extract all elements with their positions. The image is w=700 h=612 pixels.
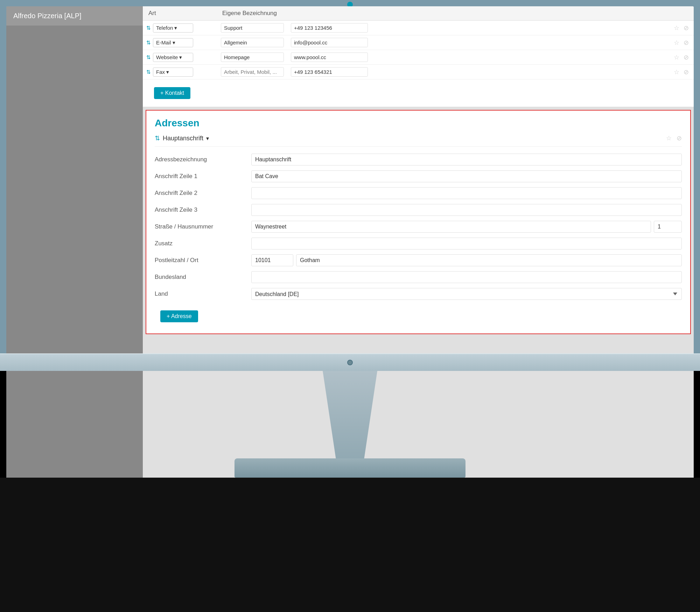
form-row-anschrift2: Anschrift Zeile 2 [155,186,682,201]
star-icon[interactable]: ☆ [674,24,679,32]
anschrift1-input[interactable] [251,170,682,182]
contacts-section: Art Eigene Bezeichnung ⇅ Telefon ▾ [143,6,694,107]
hausnummer-input[interactable] [654,221,682,233]
table-row: ⇅ Telefon ▾ ☆ ⊘ [143,21,694,35]
form-row-zusatz: Zusatz [155,236,682,251]
ban-icon[interactable]: ⊘ [677,134,682,142]
monitor-stand-base [234,458,465,478]
value-cell [288,51,669,63]
bundesland-input[interactable] [251,271,682,283]
zusatz-input[interactable] [251,238,682,249]
bezeichnung-cell [218,66,288,78]
value-input-1[interactable] [291,23,368,33]
value-input-4[interactable] [291,67,368,77]
table-header: Art Eigene Bezeichnung [143,6,694,21]
monitor-below [0,478,700,612]
value-input-2[interactable] [291,38,368,47]
table-row: ⇅ Webseite ▾ ☆ ⊘ [143,50,694,65]
ban-icon[interactable]: ⊘ [684,24,689,32]
art-select-email[interactable]: E-Mail ▾ [153,38,193,47]
star-icon[interactable]: ☆ [674,54,679,61]
bundesland-label: Bundesland [155,274,246,281]
bezeichnung-input-2[interactable] [221,38,284,47]
art-cell: ⇅ Fax ▾ [143,66,218,78]
address-form: Adressbezeichnung Anschrift Zeile 1 Ansc… [155,152,682,301]
anschrift2-input[interactable] [251,187,682,199]
bezeichnung-input-3[interactable] [221,52,284,62]
value-cell [288,36,669,49]
sort-icon[interactable]: ⇅ [146,55,151,60]
zusatz-label: Zusatz [155,240,246,247]
bezeichnung-cell [218,22,288,34]
form-row-strasse: Straße / Hausnummer [155,219,682,234]
bezeichnung-cell [218,51,288,63]
chevron-down-icon: ▾ [173,40,175,46]
bezeichnung-input-4[interactable] [221,67,284,77]
anschrift3-input[interactable] [251,204,682,216]
strasse-input[interactable] [251,221,651,233]
plz-group [251,254,682,266]
star-icon[interactable]: ☆ [674,39,679,47]
chevron-down-icon: ▾ [166,69,169,75]
adressbezeichnung-input[interactable] [251,154,682,166]
adressbezeichnung-label: Adressbezeichnung [155,156,246,163]
address-type-selector[interactable]: ⇅ Hauptanschrift ▾ [155,134,209,142]
value-cell [288,22,669,34]
chevron-down-icon: ▾ [206,135,209,142]
sidebar-title: Alfredo Pizzeria [ALP] [6,6,143,26]
row-actions: ☆ ⊘ [669,52,694,63]
art-cell: ⇅ Telefon ▾ [143,22,218,34]
bezeichnung-cell [218,36,288,49]
plz-input[interactable] [251,254,293,266]
ban-icon[interactable]: ⊘ [684,68,689,76]
chevron-down-icon: ▾ [179,54,182,61]
art-cell: ⇅ Webseite ▾ [143,51,218,63]
anschrift1-label: Anschrift Zeile 1 [155,173,246,180]
ort-input[interactable] [296,254,682,266]
sort-icon[interactable]: ⇅ [146,40,151,45]
ban-icon[interactable]: ⊘ [684,39,689,47]
address-header-row: ⇅ Hauptanschrift ▾ ☆ ⊘ [155,134,682,147]
art-select-webseite[interactable]: Webseite ▾ [153,53,193,62]
row-actions: ☆ ⊘ [669,67,694,77]
art-cell: ⇅ E-Mail ▾ [143,37,218,49]
table-row: ⇅ Fax ▾ ☆ ⊘ [143,65,694,79]
row-actions: ☆ ⊘ [669,37,694,48]
form-row-anschrift3: Anschrift Zeile 3 [155,203,682,217]
anschrift2-label: Anschrift Zeile 2 [155,190,246,197]
form-row-plz: Postleitzahl / Ort [155,253,682,268]
sort-icon[interactable]: ⇅ [146,25,151,30]
add-adresse-area: + Adresse [155,301,682,328]
sort-icon: ⇅ [155,134,160,142]
strasse-group [251,221,682,233]
col-art-header: Art [143,10,218,17]
add-kontakt-area: + Kontakt [143,79,694,107]
form-row-bundesland: Bundesland [155,270,682,284]
form-row-land: Land Deutschland [DE] Österreich [AT] Sc… [155,287,682,301]
add-adresse-button[interactable]: + Adresse [160,310,198,322]
adressen-section: Adressen ⇅ Hauptanschrift ▾ ☆ ⊘ [146,110,691,334]
row-actions: ☆ ⊘ [669,23,694,33]
star-icon[interactable]: ☆ [666,134,672,142]
bezeichnung-input-1[interactable] [221,23,284,33]
art-select-telefon[interactable]: Telefon ▾ [153,23,193,33]
star-icon[interactable]: ☆ [674,68,679,76]
land-label: Land [155,290,246,297]
chevron-down-icon: ▾ [174,25,177,31]
address-actions: ☆ ⊘ [666,134,682,142]
add-kontakt-button[interactable]: + Kontakt [154,87,190,99]
monitor-chin-dot [347,360,353,365]
anschrift3-label: Anschrift Zeile 3 [155,206,246,213]
table-row: ⇅ E-Mail ▾ ☆ ⊘ [143,35,694,50]
col-bezeichnung-header: Eigene Bezeichnung [218,10,694,17]
value-input-3[interactable] [291,52,368,62]
land-select[interactable]: Deutschland [DE] Österreich [AT] Schweiz… [251,288,682,300]
art-select-fax[interactable]: Fax ▾ [153,68,193,77]
sort-icon[interactable]: ⇅ [146,69,151,75]
form-row-anschrift1: Anschrift Zeile 1 [155,169,682,184]
address-type-label: Hauptanschrift [163,135,203,142]
form-row-adressbezeichnung: Adressbezeichnung [155,152,682,167]
strasse-label: Straße / Hausnummer [155,223,246,230]
ban-icon[interactable]: ⊘ [684,54,689,61]
plz-label: Postleitzahl / Ort [155,257,246,264]
